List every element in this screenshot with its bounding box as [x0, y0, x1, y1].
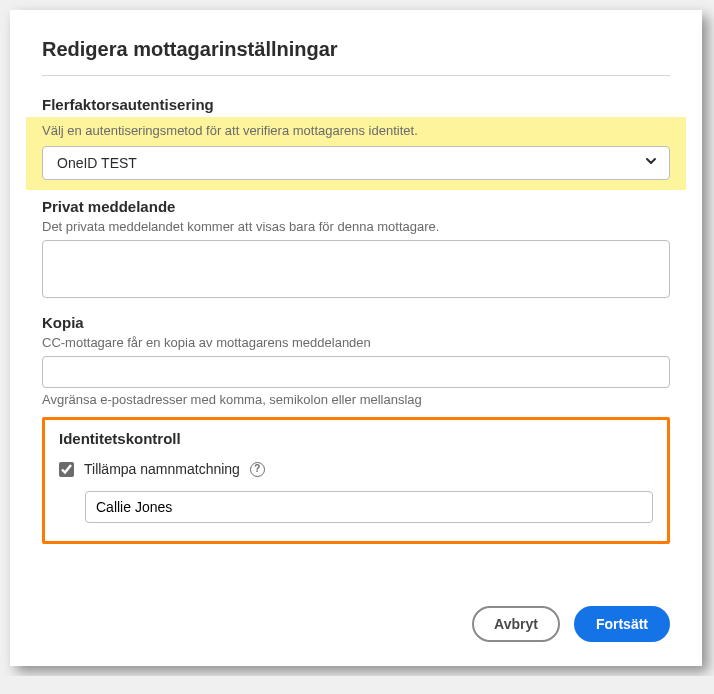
- mfa-highlight: Välj en autentiseringsmetod för att veri…: [26, 117, 686, 190]
- copy-hint: CC-mottagare får en kopia av mottagarens…: [42, 335, 670, 350]
- cc-email-input[interactable]: [42, 356, 670, 388]
- identity-header: Identitetskontroll: [59, 430, 653, 447]
- recipient-settings-dialog: Redigera mottagarinställningar Flerfakto…: [10, 10, 702, 666]
- recipient-name-input[interactable]: [85, 491, 653, 523]
- copy-section: Kopia CC-mottagare får en kopia av motta…: [42, 314, 670, 407]
- private-message-hint: Det privata meddelandet kommer att visas…: [42, 219, 670, 234]
- name-matching-row: Tillämpa namnmatchning ?: [59, 461, 653, 477]
- dialog-footer: Avbryt Fortsätt: [42, 606, 670, 642]
- dialog-title: Redigera mottagarinställningar: [42, 38, 670, 76]
- auth-method-select[interactable]: OneID TEST: [42, 146, 670, 180]
- mfa-header: Flerfaktorsautentisering: [42, 96, 670, 113]
- mfa-hint: Välj en autentiseringsmetod för att veri…: [42, 123, 670, 138]
- name-matching-label: Tillämpa namnmatchning: [84, 461, 240, 477]
- private-message-section: Privat meddelande Det privata meddelande…: [42, 198, 670, 314]
- cancel-button[interactable]: Avbryt: [472, 606, 560, 642]
- name-input-wrap: [59, 491, 653, 523]
- name-matching-checkbox[interactable]: [59, 462, 74, 477]
- auth-method-selected[interactable]: OneID TEST: [42, 146, 670, 180]
- private-message-header: Privat meddelande: [42, 198, 670, 215]
- help-icon[interactable]: ?: [250, 462, 265, 477]
- copy-header: Kopia: [42, 314, 670, 331]
- continue-button[interactable]: Fortsätt: [574, 606, 670, 642]
- identity-control-section: Identitetskontroll Tillämpa namnmatchnin…: [42, 417, 670, 544]
- copy-hint-below: Avgränsa e-postadresser med komma, semik…: [42, 392, 670, 407]
- mfa-section: Flerfaktorsautentisering Välj en autenti…: [42, 96, 670, 190]
- private-message-input[interactable]: [42, 240, 670, 298]
